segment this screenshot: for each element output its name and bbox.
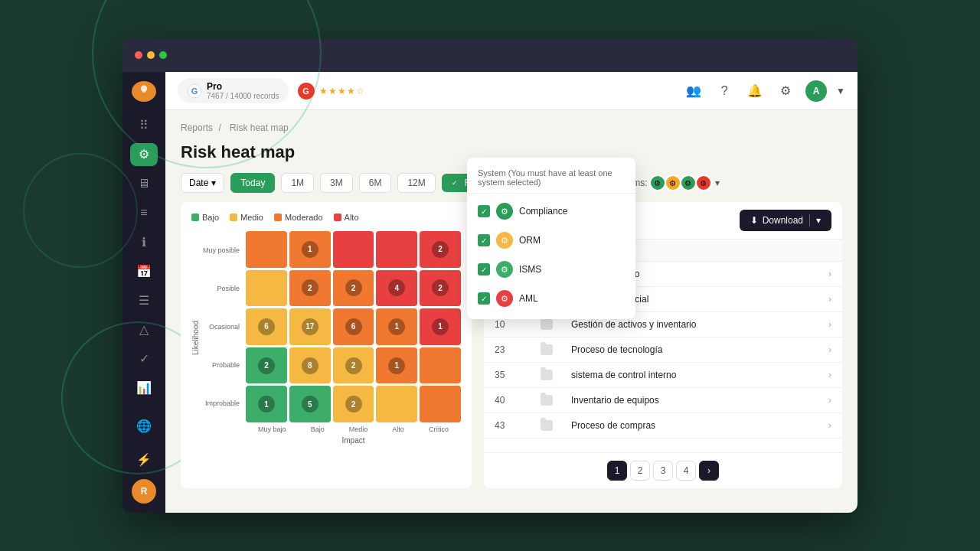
list-icon: ≡	[140, 206, 147, 220]
heatmap-cell-4-3[interactable]	[376, 386, 417, 422]
sidebar-item-chart[interactable]: 📊	[130, 377, 158, 399]
legend-medio: Medio	[230, 213, 263, 222]
row-icon	[541, 344, 571, 355]
6m-filter[interactable]: 6M	[359, 173, 392, 193]
heatmap-cell-0-0[interactable]	[246, 231, 287, 268]
dropdown-item-orm[interactable]: ✓⚙ORM	[467, 226, 635, 255]
sidebar-item-settings[interactable]: ⚙	[130, 143, 158, 166]
row-chevron-icon: ›	[816, 370, 831, 380]
heatmap-cell-2-3[interactable]: 1	[376, 308, 417, 345]
1m-filter[interactable]: 1M	[281, 173, 314, 193]
dropdown-item-isms[interactable]: ✓⚙ISMS	[467, 255, 635, 284]
page-4-btn[interactable]: 4	[676, 461, 696, 481]
heatmap-cell-3-1[interactable]: 8	[289, 347, 331, 384]
date-label: Date	[189, 178, 208, 188]
systems-chevron-icon[interactable]: ▾	[715, 178, 720, 188]
heatmap-cell-2-4[interactable]: 1	[420, 308, 461, 345]
heatmap-cell-1-1[interactable]: 2	[289, 270, 331, 307]
bajo-label: Bajo	[202, 213, 219, 222]
g-rating[interactable]: G ★★★★☆	[298, 83, 365, 99]
heatmap-cell-1-0[interactable]	[246, 270, 287, 307]
date-filter[interactable]: Date ▾	[181, 173, 224, 193]
sidebar-user-avatar[interactable]: R	[132, 479, 156, 504]
breadcrumb-reports[interactable]: Reports	[181, 122, 213, 133]
sidebar-logo[interactable]	[132, 81, 156, 102]
sidebar-item-grid[interactable]: ⠿	[130, 114, 158, 137]
heatmap-cell-2-2[interactable]: 6	[333, 308, 374, 345]
heatmap-cell-0-4[interactable]: 2	[420, 231, 461, 268]
sidebar-item-calendar[interactable]: 📅	[130, 259, 158, 282]
systems-icons[interactable]: ⚙ ⚙ ⚙ ⚙ ▾	[652, 174, 720, 191]
today-filter[interactable]: Today	[230, 173, 275, 193]
download-label: Download	[763, 215, 803, 226]
sidebar-item-monitor[interactable]: 🖥	[130, 172, 158, 195]
heatmap-cell-3-3[interactable]: 1	[376, 347, 417, 384]
table-row[interactable]: 35sistema de control interno›	[484, 363, 842, 388]
sidebar-item-filter[interactable]: ⚡	[130, 445, 158, 473]
heatmap-cell-1-4[interactable]: 2	[420, 270, 461, 307]
heatmap-cell-3-2[interactable]: 2	[333, 347, 374, 384]
btn-divider	[809, 214, 810, 227]
12m-filter[interactable]: 12M	[397, 173, 435, 193]
chevron-down-icon[interactable]: ▼	[836, 86, 845, 96]
table-row[interactable]: 43Proceso de compras›	[484, 413, 842, 439]
dropdown-sys-icon: ⚙	[496, 261, 513, 278]
heatmap-cell-1-2[interactable]: 2	[333, 270, 374, 307]
heatmap-cell-1-3[interactable]: 4	[376, 270, 417, 307]
user-avatar[interactable]: A	[805, 80, 827, 102]
page-2-btn[interactable]: 2	[630, 461, 650, 481]
sidebar-item-info[interactable]: ℹ	[130, 230, 158, 253]
heatmap-cell-0-2[interactable]	[333, 231, 374, 268]
row-chevron-icon: ›	[816, 294, 831, 305]
bell-icon[interactable]: 🔔	[744, 80, 766, 102]
heatmap-cell-0-1[interactable]: 1	[289, 231, 331, 268]
warning-icon: △	[139, 322, 149, 337]
dropdown-item-aml[interactable]: ✓⚙AML	[467, 284, 635, 313]
heatmap-cell-4-1[interactable]: 5	[289, 386, 331, 422]
heatmap-cell-4-0[interactable]: 1	[246, 386, 287, 422]
system-dropdown[interactable]: System (You must have at least one syste…	[467, 158, 635, 319]
legend-alto: Alto	[334, 213, 359, 222]
page-3-btn[interactable]: 3	[653, 461, 673, 481]
close-dot[interactable]	[135, 51, 142, 59]
sidebar-item-list[interactable]: ≡	[130, 201, 158, 224]
minimize-dot[interactable]	[147, 51, 155, 59]
layers-icon: ☰	[139, 293, 149, 308]
dropdown-sys-icon: ⚙	[496, 232, 513, 249]
check-icon: ✓	[139, 351, 149, 366]
legend-moderado: Moderado	[274, 213, 323, 222]
heatmap-cell-3-0[interactable]: 2	[246, 347, 287, 384]
heatmap-cell-4-2[interactable]: 2	[333, 386, 374, 422]
row-name: Proceso de compras	[571, 420, 816, 431]
sidebar-item-layers[interactable]: ☰	[130, 289, 158, 312]
sidebar-item-warning[interactable]: △	[130, 318, 158, 341]
page-next-btn[interactable]: ›	[699, 461, 719, 481]
heatmap-grid: 1222426176112821152	[246, 231, 461, 422]
download-chevron-icon: ▾	[816, 215, 821, 226]
sidebar-item-globe[interactable]: 🌐	[130, 412, 158, 439]
system-icon-2: ⚙	[665, 174, 681, 191]
dropdown-title: System (You must have at least one syste…	[467, 164, 635, 194]
team-icon[interactable]: 👥	[683, 80, 704, 102]
heatmap-cell-4-4[interactable]	[420, 386, 461, 422]
row-chevron-icon: ›	[816, 420, 831, 431]
system-icon-3: ⚙	[680, 174, 697, 191]
dropdown-item-compliance[interactable]: ✓⚙Compliance	[467, 197, 635, 226]
page-1-btn[interactable]: 1	[607, 461, 627, 481]
settings-icon[interactable]: ⚙	[775, 80, 796, 102]
system-icon-1: ⚙	[649, 174, 666, 191]
sidebar-item-check[interactable]: ✓	[130, 347, 158, 370]
table-row[interactable]: 23Proceso de tecnología›	[484, 337, 842, 363]
download-button[interactable]: ⬇ Download ▾	[740, 210, 831, 231]
table-row[interactable]: 40Inventario de equipos›	[484, 388, 842, 413]
help-icon[interactable]: ?	[714, 80, 735, 102]
brand-pill[interactable]: G Pro 7467 / 14000 records	[178, 78, 289, 103]
maximize-dot[interactable]	[159, 51, 167, 59]
heatmap-cell-2-1[interactable]: 17	[289, 308, 331, 345]
row-code: 35	[495, 370, 541, 380]
heatmap-cell-2-0[interactable]: 6	[246, 308, 287, 345]
heatmap-cell-0-3[interactable]	[376, 231, 417, 268]
heatmap-cell-3-4[interactable]	[420, 347, 461, 384]
x-label-2: Medio	[349, 425, 368, 433]
3m-filter[interactable]: 3M	[320, 173, 353, 193]
